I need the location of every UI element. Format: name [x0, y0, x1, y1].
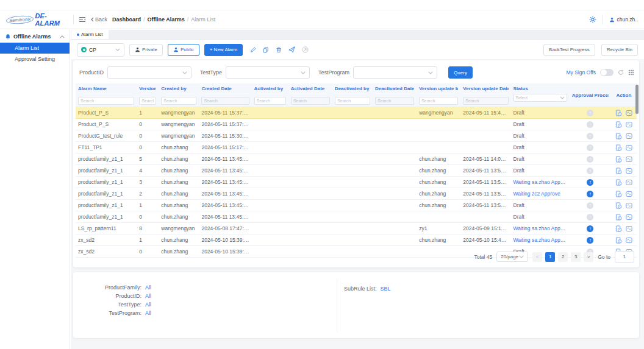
test-type-select[interactable] [226, 66, 310, 79]
sidebar-section-offline-alarms[interactable]: Offline Alarms [0, 30, 70, 43]
status-filter-select[interactable]: Select [513, 94, 567, 102]
monitor-wave-icon[interactable] [626, 179, 632, 186]
approval-process-icon[interactable]: ↑ [587, 225, 593, 232]
my-sign-offs-toggle[interactable] [600, 69, 614, 76]
table-row[interactable]: ProductG_test_rule0wangmengyan2024-05-11… [76, 130, 637, 142]
table-row[interactable]: productfamily_z1_10chun.zhang2024-05-11 … [76, 211, 637, 223]
product-id-select[interactable] [107, 66, 191, 79]
monitor-wave-icon[interactable] [626, 121, 632, 128]
user-menu[interactable]: chun.zh.. [609, 16, 639, 23]
table-scrollbar[interactable] [635, 85, 639, 114]
new-alarm-button[interactable]: + New Alarm [204, 44, 243, 56]
monitor-wave-icon[interactable] [626, 110, 632, 116]
approval-process-icon[interactable]: ↑ [587, 156, 593, 163]
status-link[interactable]: Waiting sa.zhao Appro.. [513, 225, 568, 231]
public-button[interactable]: Public [168, 44, 199, 56]
sidebar-item-alarm-list[interactable]: Alarm List [0, 43, 70, 54]
refresh-icon[interactable] [618, 69, 624, 76]
table-row[interactable]: Product_P_S1wangmengyan2024-05-11 15:37:… [76, 107, 637, 119]
link-icon[interactable] [302, 46, 309, 53]
tab-alarm-list[interactable]: Alarm List [71, 30, 109, 39]
detail-value-link[interactable]: All [145, 310, 151, 316]
subrule-value-link[interactable]: SBL [381, 286, 391, 292]
approval-process-icon[interactable]: ↑ [587, 133, 593, 139]
monitor-wave-icon[interactable] [626, 191, 632, 197]
table-row[interactable]: productfamily_z1_14chun.zhang2024-05-11 … [76, 165, 637, 177]
private-button[interactable]: Private [129, 44, 163, 56]
search-input-deactivated-date[interactable] [375, 97, 414, 105]
approval-process-icon[interactable]: ↑ [587, 191, 593, 197]
history-icon[interactable] [615, 156, 622, 163]
monitor-wave-icon[interactable] [626, 214, 632, 220]
backtest-progress-button[interactable]: BackTest Progress [543, 44, 595, 56]
approval-process-icon[interactable]: ↑ [587, 167, 593, 174]
monitor-wave-icon[interactable] [626, 156, 632, 163]
approval-process-icon[interactable]: ↑ [587, 121, 593, 128]
approval-process-icon[interactable]: ↑ [587, 202, 593, 209]
search-input-activated-date[interactable] [291, 97, 330, 105]
search-input-deactivated-by[interactable] [335, 97, 370, 105]
table-row[interactable]: FT11_TP10chun.zhang2024-05-11 15:17:51Dr… [76, 142, 637, 153]
goto-page-input[interactable] [615, 251, 634, 263]
next-page-button[interactable]: > [584, 252, 593, 262]
test-program-select[interactable] [353, 66, 437, 79]
search-input-alarm-name[interactable] [78, 97, 134, 105]
page-button-2[interactable]: 2 [558, 252, 568, 262]
approval-process-icon[interactable]: ↑ [587, 179, 593, 186]
history-icon[interactable] [615, 214, 622, 220]
monitor-wave-icon[interactable] [626, 133, 632, 139]
column-settings-grid-icon[interactable] [628, 69, 634, 76]
my-sign-offs-label[interactable]: My Sign Offs [567, 69, 596, 76]
recycle-bin-button[interactable]: Recycle Bin [601, 44, 638, 56]
history-icon[interactable] [615, 133, 622, 139]
history-icon[interactable] [615, 191, 622, 197]
history-icon[interactable] [615, 237, 622, 244]
search-input-version-update-date[interactable] [463, 97, 508, 105]
history-icon[interactable] [615, 179, 622, 186]
breadcrumb-item-dashboard[interactable]: Dashboard [112, 16, 141, 23]
table-row[interactable]: Product_P_S0wangmengyan2024-05-11 15:37:… [76, 119, 637, 130]
table-row[interactable]: productfamily_z1_13chun.zhang2024-05-11 … [76, 177, 637, 188]
search-input-activated-by[interactable] [254, 97, 286, 105]
history-icon[interactable] [615, 202, 622, 209]
prev-page-button[interactable]: < [532, 252, 542, 262]
table-row[interactable]: productfamily_z1_15chun.zhang2024-05-11 … [76, 153, 637, 165]
approval-process-icon[interactable]: ↑ [587, 110, 593, 116]
monitor-wave-icon[interactable] [626, 202, 632, 209]
approval-process-icon[interactable]: ↑ [587, 237, 593, 244]
approval-process-icon[interactable]: ↑ [587, 214, 593, 220]
copy-icon[interactable] [263, 47, 269, 53]
history-icon[interactable] [615, 225, 622, 232]
history-icon[interactable] [615, 110, 622, 116]
table-row[interactable]: productfamily_z1_11chun.zhang2024-05-11 … [76, 200, 637, 211]
monitor-wave-icon[interactable] [626, 237, 632, 244]
page-size-select[interactable]: 20/page [496, 252, 528, 262]
search-input-version-update-by[interactable] [419, 97, 458, 105]
detail-value-link[interactable]: All [145, 293, 151, 299]
sidebar-item-approval-setting[interactable]: Approval Setting [0, 54, 70, 65]
settings-gear-icon[interactable] [589, 16, 596, 23]
monitor-wave-icon[interactable] [626, 167, 632, 174]
detail-value-link[interactable]: All [145, 301, 151, 308]
table-row[interactable]: productfamily_z1_12chun.zhang2024-05-11 … [76, 188, 637, 200]
query-button[interactable]: Query [448, 66, 473, 79]
send-icon[interactable] [288, 46, 295, 53]
approval-process-icon[interactable]: ↑ [587, 144, 593, 151]
search-input-version[interactable] [139, 97, 156, 105]
monitor-wave-icon[interactable] [626, 225, 632, 232]
history-icon[interactable] [615, 144, 622, 151]
collapse-menu-icon[interactable] [79, 16, 86, 23]
page-button-3[interactable]: 3 [571, 252, 581, 262]
page-button-1[interactable]: 1 [545, 252, 555, 262]
breadcrumb-item-offline-alarms[interactable]: Offline Alarms [148, 16, 185, 23]
status-link[interactable]: Waiting sa.zhao Appro.. [513, 237, 568, 243]
history-icon[interactable] [615, 121, 622, 128]
back-button[interactable]: Back [91, 16, 107, 23]
search-input-created-date[interactable] [201, 97, 249, 105]
status-link[interactable]: Waiting zc2 Approve [513, 191, 560, 197]
delete-icon[interactable] [276, 47, 282, 53]
monitor-wave-icon[interactable] [626, 144, 632, 151]
history-icon[interactable] [615, 167, 622, 174]
cp-select[interactable]: CP [77, 43, 124, 57]
table-row[interactable]: zx_sd21chun.zhang2024-05-10 15:39:36chun… [76, 234, 637, 246]
